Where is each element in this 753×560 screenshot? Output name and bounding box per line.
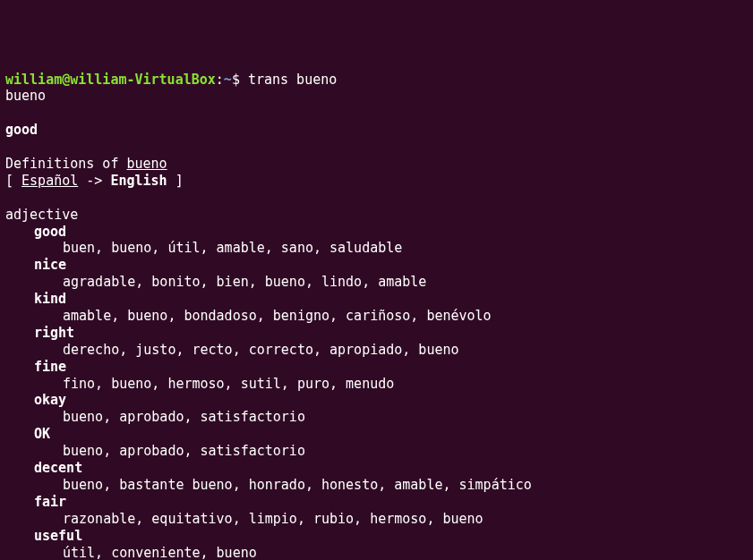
definition-synonyms: bueno, bastante bueno, honrado, honesto,… bbox=[5, 477, 748, 494]
definition-synonyms: fino, bueno, hermoso, sutil, puro, menud… bbox=[5, 376, 748, 393]
definition-synonyms: buen, bueno, útil, amable, sano, saludab… bbox=[5, 240, 748, 257]
definition-synonyms: útil, conveniente, bueno bbox=[5, 545, 748, 561]
definition-word: nice bbox=[5, 257, 748, 274]
prompt-user-host: william@william-VirtualBox bbox=[5, 72, 216, 88]
command-text: trans bueno bbox=[248, 72, 337, 88]
definition-synonyms: amable, bueno, bondadoso, benigno, cariñ… bbox=[5, 308, 748, 325]
prompt-tilde: ~ bbox=[224, 72, 232, 88]
definition-word: fair bbox=[5, 494, 748, 511]
definitions-list: goodbuen, bueno, útil, amable, sano, sal… bbox=[5, 224, 748, 560]
language-pair: [ Español -> English ] bbox=[5, 173, 748, 190]
prompt-dollar: $ bbox=[232, 72, 248, 88]
definition-synonyms: bueno, aprobado, satisfactorio bbox=[5, 443, 748, 460]
bracket-close: ] bbox=[167, 173, 184, 189]
definition-word: useful bbox=[5, 528, 748, 545]
definitions-header: Definitions of bueno bbox=[5, 156, 748, 173]
definition-word: kind bbox=[5, 291, 748, 308]
terminal-output[interactable]: william@william-VirtualBox:~$ trans buen… bbox=[5, 72, 748, 560]
blank-line bbox=[5, 105, 748, 122]
prompt-line: william@william-VirtualBox:~$ trans buen… bbox=[5, 72, 748, 89]
translation-result: good bbox=[5, 122, 748, 139]
blank-line bbox=[5, 190, 748, 207]
part-of-speech: adjective bbox=[5, 207, 748, 224]
lang-arrow: -> bbox=[78, 173, 110, 189]
definition-word: okay bbox=[5, 392, 748, 409]
definition-word: right bbox=[5, 325, 748, 342]
definition-word: decent bbox=[5, 460, 748, 477]
definition-word: fine bbox=[5, 359, 748, 376]
lang-from: Español bbox=[21, 173, 78, 189]
blank-line bbox=[5, 139, 748, 156]
definitions-word: bueno bbox=[126, 156, 167, 172]
definition-synonyms: derecho, justo, recto, correcto, apropia… bbox=[5, 342, 748, 359]
definition-synonyms: agradable, bonito, bien, bueno, lindo, a… bbox=[5, 274, 748, 291]
echo-line: bueno bbox=[5, 88, 748, 105]
definition-synonyms: bueno, aprobado, satisfactorio bbox=[5, 409, 748, 426]
definition-word: good bbox=[5, 224, 748, 241]
definition-synonyms: razonable, equitativo, limpio, rubio, he… bbox=[5, 511, 748, 528]
definition-word: OK bbox=[5, 426, 748, 443]
prompt-colon: : bbox=[216, 72, 224, 88]
definitions-label: Definitions of bbox=[5, 156, 126, 172]
bracket-open: [ bbox=[5, 173, 21, 189]
lang-to: English bbox=[110, 173, 167, 189]
